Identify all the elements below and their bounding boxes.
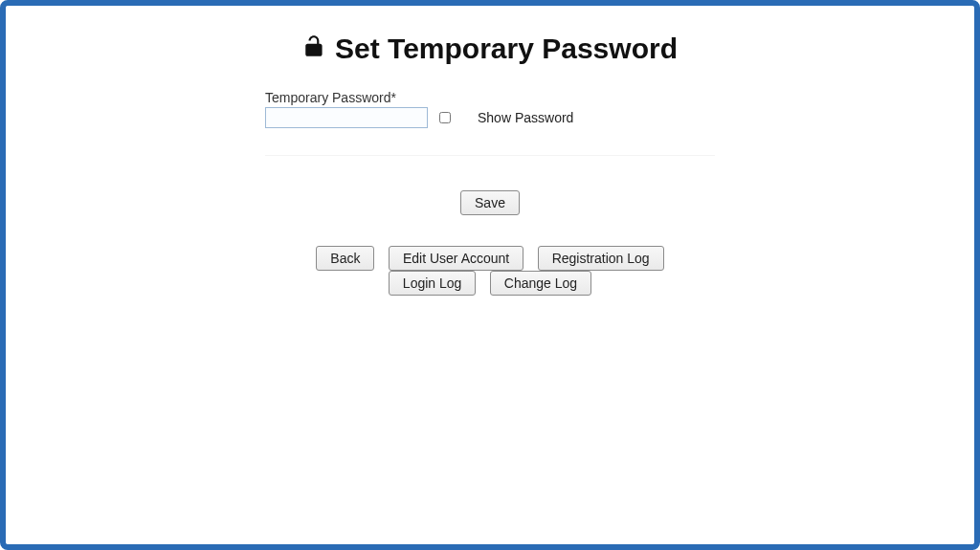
login-log-button[interactable]: Login Log bbox=[389, 271, 477, 296]
page-title: Set Temporary Password bbox=[302, 33, 678, 65]
save-button[interactable]: Save bbox=[460, 190, 520, 215]
page-frame: Set Temporary Password Temporary Passwor… bbox=[0, 0, 980, 550]
page-title-row: Set Temporary Password bbox=[6, 33, 974, 65]
change-log-button[interactable]: Change Log bbox=[490, 271, 591, 296]
page-title-text: Set Temporary Password bbox=[335, 33, 678, 65]
unlock-icon bbox=[302, 33, 327, 65]
nav-row: Back Edit User Account Registration Log … bbox=[265, 246, 715, 296]
back-button[interactable]: Back bbox=[316, 246, 374, 271]
password-field-col: Temporary Password* bbox=[265, 90, 428, 128]
show-password-checkbox[interactable] bbox=[439, 112, 451, 123]
show-password-label: Show Password bbox=[478, 110, 573, 125]
password-label: Temporary Password* bbox=[265, 90, 428, 105]
form-area: Temporary Password* Show Password Save B… bbox=[265, 90, 715, 296]
edit-user-account-button[interactable]: Edit User Account bbox=[389, 246, 523, 271]
registration-log-button[interactable]: Registration Log bbox=[538, 246, 664, 271]
temporary-password-input[interactable] bbox=[265, 107, 428, 128]
save-row: Save bbox=[265, 190, 715, 215]
password-field-row: Temporary Password* Show Password bbox=[265, 90, 715, 156]
